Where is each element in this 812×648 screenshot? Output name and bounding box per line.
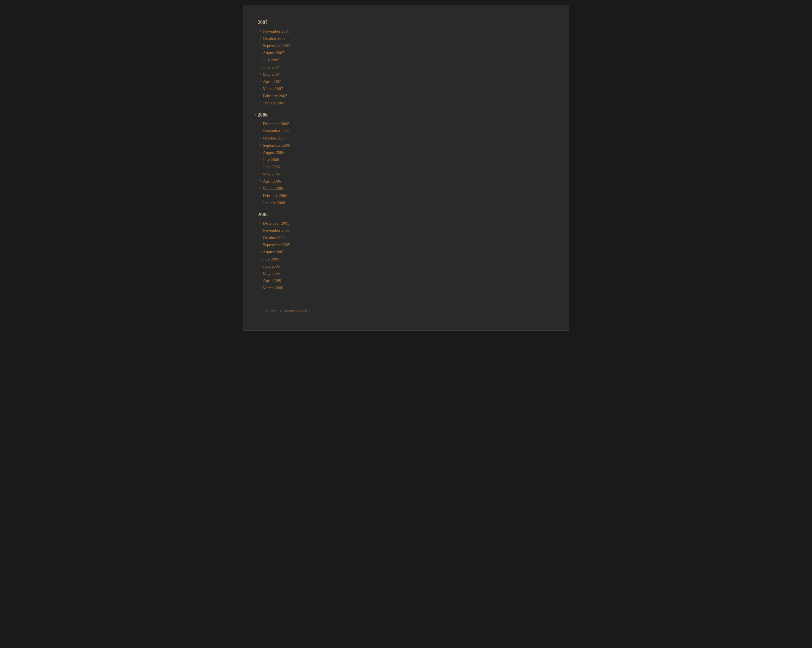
month-item: April 2007	[254, 78, 444, 85]
month-link[interactable]: September 2007	[263, 42, 290, 49]
month-item: October 2007	[254, 35, 444, 42]
month-link[interactable]: May 2006	[263, 171, 280, 177]
month-list: December 2006November 2006October 2006Se…	[254, 120, 444, 206]
month-item: November 2005	[254, 227, 444, 234]
month-item: August 2007	[254, 49, 444, 57]
month-item: April 2005	[254, 277, 444, 284]
month-link[interactable]: January 2007	[263, 100, 285, 106]
month-link[interactable]: November 2007	[263, 28, 290, 35]
month-link[interactable]: July 2006	[263, 156, 279, 163]
month-item: April 2006	[254, 177, 444, 185]
month-item: January 2006	[254, 199, 444, 206]
month-link[interactable]: December 2006	[263, 121, 289, 127]
month-item: July 2006	[254, 156, 444, 163]
month-list: November 2007October 2007September 2007A…	[254, 28, 444, 107]
month-link[interactable]: March 2006	[263, 185, 283, 192]
month-link[interactable]: February 2007	[263, 93, 287, 99]
month-link[interactable]: December 2005	[263, 220, 289, 226]
month-item: July 2005	[254, 255, 444, 263]
month-item: June 2007	[254, 64, 444, 71]
month-link[interactable]: October 2007	[263, 35, 285, 42]
month-link[interactable]: September 2005	[263, 241, 290, 248]
month-link[interactable]: April 2007	[263, 78, 281, 85]
month-link[interactable]: November 2005	[263, 227, 290, 234]
year-label: 2005	[254, 211, 444, 219]
month-item: October 2006	[254, 134, 444, 142]
month-item: July 2007	[254, 57, 444, 64]
month-item: December 2005	[254, 220, 444, 227]
month-item: March 2007	[254, 85, 444, 92]
month-item: September 2006	[254, 142, 444, 149]
footer: © 1998 – 2024 Jeremy Keith .	[254, 303, 444, 316]
month-link[interactable]: August 2005	[263, 249, 284, 255]
month-link[interactable]: May 2005	[263, 270, 280, 277]
month-link[interactable]: April 2005	[263, 277, 281, 284]
year-item: 2005December 2005November 2005October 20…	[254, 211, 444, 292]
month-item: November 2006	[254, 127, 444, 134]
month-item: February 2007	[254, 92, 444, 99]
month-item: February 2006	[254, 192, 444, 199]
month-link[interactable]: July 2005	[263, 256, 279, 263]
month-link[interactable]: November 2006	[263, 128, 290, 134]
month-link[interactable]: June 2007	[263, 64, 280, 70]
month-item: June 2005	[254, 263, 444, 270]
main-content: 2007November 2007October 2007September 2…	[243, 11, 569, 319]
outer-container: 2007November 2007October 2007September 2…	[243, 6, 569, 331]
copyright-text: © 1998 – 2024	[266, 309, 288, 313]
month-link[interactable]: July 2007	[263, 57, 279, 63]
month-link[interactable]: August 2006	[263, 149, 284, 156]
month-list: December 2005November 2005October 2005Se…	[254, 220, 444, 291]
left-column: 2007November 2007October 2007September 2…	[243, 11, 455, 319]
month-item: May 2006	[254, 170, 444, 177]
month-item: May 2007	[254, 71, 444, 78]
month-item: August 2006	[254, 149, 444, 156]
month-link[interactable]: May 2007	[263, 71, 280, 78]
right-column	[455, 11, 569, 319]
month-link[interactable]: September 2006	[263, 142, 290, 148]
month-item: January 2007	[254, 99, 444, 107]
footer-period: .	[308, 309, 309, 313]
month-link[interactable]: October 2005	[263, 234, 285, 241]
month-link[interactable]: March 2007	[263, 86, 283, 92]
month-item: November 2007	[254, 28, 444, 35]
month-link[interactable]: October 2006	[263, 135, 285, 141]
archive-list: 2007November 2007October 2007September 2…	[254, 18, 444, 291]
year-item: 2007November 2007October 2007September 2…	[254, 18, 444, 107]
month-link[interactable]: August 2007	[263, 49, 284, 56]
year-label: 2007	[254, 18, 444, 26]
month-link[interactable]: April 2006	[263, 178, 281, 185]
month-item: December 2006	[254, 120, 444, 127]
month-item: October 2005	[254, 234, 444, 241]
month-link[interactable]: March 2005	[263, 284, 283, 291]
month-item: September 2007	[254, 42, 444, 49]
month-item: June 2006	[254, 163, 444, 170]
month-item: September 2005	[254, 241, 444, 248]
month-link[interactable]: February 2006	[263, 192, 287, 199]
author-link[interactable]: Jeremy Keith	[288, 309, 307, 313]
month-item: May 2005	[254, 270, 444, 277]
month-item: March 2005	[254, 284, 444, 291]
month-item: March 2006	[254, 185, 444, 192]
year-label: 2006	[254, 111, 444, 119]
month-link[interactable]: June 2005	[263, 263, 280, 270]
year-item: 2006December 2006November 2006October 20…	[254, 111, 444, 206]
month-link[interactable]: January 2006	[263, 199, 285, 206]
month-item: August 2005	[254, 248, 444, 255]
month-link[interactable]: June 2006	[263, 164, 280, 170]
